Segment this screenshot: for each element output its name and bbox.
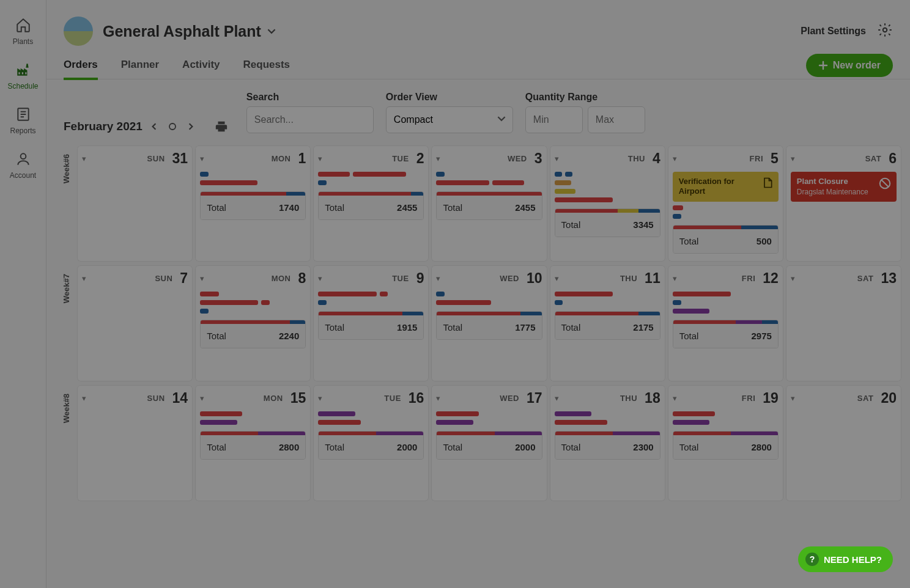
day-cell[interactable]: ▾ WED 17 Total2000 — [431, 385, 547, 501]
day-note[interactable]: Verification for Airport — [673, 172, 779, 202]
day-total: Total2300 — [555, 431, 660, 460]
day-cell[interactable]: ▾ TUE 9 Total1915 — [313, 265, 429, 381]
day-menu-button[interactable]: ▾ — [318, 274, 322, 283]
day-cell[interactable]: ▾ THU 4 Total3345 — [550, 145, 665, 262]
tab-orders[interactable]: Orders — [64, 51, 98, 79]
qty-min-input[interactable] — [525, 106, 583, 133]
day-of-week: MON — [272, 274, 291, 283]
day-of-week: MON — [264, 394, 283, 403]
day-number: 6 — [889, 150, 897, 167]
day-menu-button[interactable]: ▾ — [791, 274, 795, 283]
day-total: Total2800 — [673, 431, 779, 460]
new-order-button[interactable]: New order — [806, 54, 893, 77]
day-number: 11 — [645, 270, 660, 287]
day-of-week: WED — [500, 394, 519, 403]
day-cell[interactable]: ▾ FRI 19 Total2800 — [668, 385, 783, 501]
day-menu-button[interactable]: ▾ — [82, 274, 86, 283]
sidebar-item-plants[interactable]: Plants — [1, 9, 45, 53]
day-note[interactable]: Plant ClosureDragslat Maintenance — [791, 172, 897, 202]
next-month-button[interactable] — [184, 120, 198, 133]
sidebar-item-reports[interactable]: Reports — [1, 98, 45, 142]
sidebar-item-account[interactable]: Account — [1, 142, 45, 187]
gear-icon[interactable] — [877, 22, 893, 40]
day-menu-button[interactable]: ▾ — [436, 394, 440, 403]
sidebar: PlantsScheduleReportsAccount — [0, 0, 46, 588]
plant-settings-link[interactable]: Plant Settings — [801, 26, 866, 37]
tab-activity[interactable]: Activity — [182, 51, 220, 79]
svg-point-3 — [169, 123, 176, 130]
day-cell[interactable]: ▾ SAT 20 — [786, 385, 901, 501]
order-bars — [200, 292, 306, 314]
day-cell[interactable]: ▾ SAT 13 — [786, 265, 901, 381]
day-menu-button[interactable]: ▾ — [82, 154, 86, 163]
day-of-week: SAT — [857, 394, 874, 403]
day-menu-button[interactable]: ▾ — [82, 394, 86, 403]
day-cell[interactable]: ▾ WED 3 Total2455 — [431, 145, 547, 262]
today-button[interactable] — [166, 120, 179, 133]
plus-icon — [818, 61, 828, 70]
day-cell[interactable]: ▾ THU 11 Total2175 — [550, 265, 665, 381]
svg-point-1 — [20, 153, 26, 159]
day-number: 4 — [653, 150, 660, 167]
day-menu-button[interactable]: ▾ — [200, 154, 204, 163]
day-cell[interactable]: ▾ FRI 5 Verification for Airport Total50… — [668, 145, 783, 262]
day-menu-button[interactable]: ▾ — [436, 274, 440, 283]
tab-planner[interactable]: Planner — [121, 51, 159, 79]
day-cell[interactable]: ▾ TUE 16 Total2000 — [313, 385, 429, 501]
day-cell[interactable]: ▾ MON 1 Total1740 — [195, 145, 311, 262]
day-menu-button[interactable]: ▾ — [318, 154, 322, 163]
day-cell[interactable]: ▾ SUN 7 — [77, 265, 193, 381]
day-of-week: FRI — [750, 154, 763, 163]
day-menu-button[interactable]: ▾ — [200, 274, 204, 283]
day-menu-button[interactable]: ▾ — [555, 154, 559, 163]
day-total: Total500 — [673, 225, 779, 254]
day-cell[interactable]: ▾ THU 18 Total2300 — [550, 385, 665, 501]
order-view-label: Order View — [386, 92, 513, 103]
day-menu-button[interactable]: ▾ — [791, 394, 795, 403]
day-cell[interactable]: ▾ SAT 6 Plant ClosureDragslat Maintenanc… — [786, 145, 901, 262]
day-menu-button[interactable]: ▾ — [436, 154, 440, 163]
day-number: 1 — [298, 150, 306, 167]
day-cell[interactable]: ▾ SUN 14 — [77, 385, 193, 501]
day-cell[interactable]: ▾ WED 10 Total1775 — [431, 265, 547, 381]
day-cell[interactable]: ▾ MON 8 Total2240 — [195, 265, 311, 381]
day-menu-button[interactable]: ▾ — [555, 394, 559, 403]
search-input[interactable] — [246, 106, 374, 133]
day-total: Total1740 — [200, 191, 306, 220]
day-of-week: SAT — [865, 154, 882, 163]
order-bars — [436, 292, 542, 305]
week-label: Week#6 — [55, 145, 77, 262]
day-total: Total2455 — [318, 191, 424, 220]
qty-max-input[interactable] — [588, 106, 645, 133]
plant-avatar[interactable] — [64, 17, 93, 46]
user-icon — [15, 151, 31, 169]
day-menu-button[interactable]: ▾ — [200, 394, 204, 403]
day-menu-button[interactable]: ▾ — [555, 274, 559, 283]
day-of-week: THU — [620, 394, 637, 403]
prev-month-button[interactable] — [147, 120, 161, 133]
day-menu-button[interactable]: ▾ — [673, 394, 677, 403]
order-view-select[interactable] — [386, 106, 513, 133]
help-button[interactable]: ? NEED HELP? — [798, 546, 893, 572]
day-cell[interactable]: ▾ MON 15 Total2800 — [195, 385, 311, 501]
day-menu-button[interactable]: ▾ — [318, 394, 322, 403]
print-button[interactable] — [215, 120, 228, 133]
day-menu-button[interactable]: ▾ — [791, 154, 795, 163]
day-number: 17 — [527, 390, 542, 406]
day-number: 2 — [416, 150, 424, 167]
day-number: 12 — [763, 270, 779, 287]
day-number: 5 — [771, 150, 779, 167]
day-of-week: SUN — [147, 394, 165, 403]
day-cell[interactable]: ▾ FRI 12 Total2975 — [668, 265, 783, 381]
day-number: 9 — [416, 270, 424, 287]
day-cell[interactable]: ▾ TUE 2 Total2455 — [313, 145, 429, 262]
sidebar-item-schedule[interactable]: Schedule — [1, 53, 45, 98]
day-menu-button[interactable]: ▾ — [673, 154, 677, 163]
quantity-range-label: Quantity Range — [525, 92, 645, 103]
day-cell[interactable]: ▾ SUN 31 — [77, 145, 193, 262]
tabs: OrdersPlannerActivityRequests New order — [46, 51, 910, 79]
day-menu-button[interactable]: ▾ — [673, 274, 677, 283]
plant-name-dropdown[interactable]: General Asphalt Plant — [103, 23, 276, 40]
doc-icon — [761, 177, 774, 191]
tab-requests[interactable]: Requests — [243, 51, 290, 79]
